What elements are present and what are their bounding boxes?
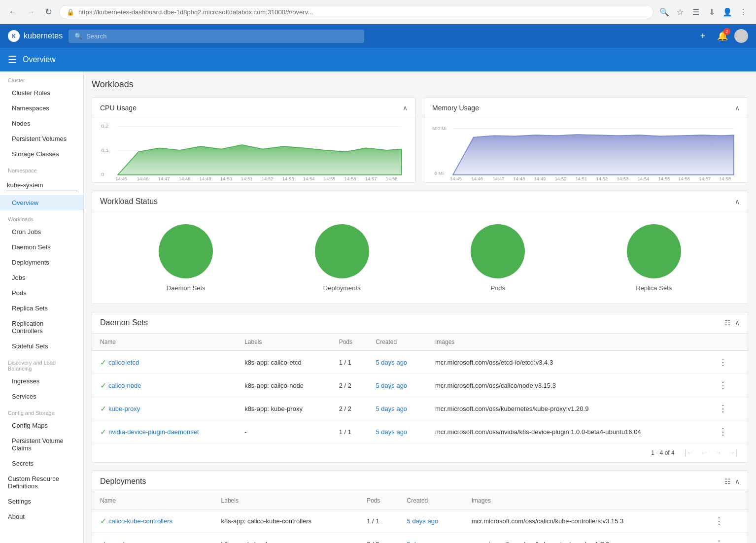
main-layout: Cluster Cluster Roles Namespaces Nodes P… <box>0 71 756 543</box>
search-bar[interactable]: 🔍 <box>69 30 364 43</box>
address-bar[interactable]: 🔒 https://kubernetes-dashboard.dbe-1d8ph… <box>59 5 653 19</box>
svg-text:14:45: 14:45 <box>115 176 127 181</box>
sidebar-item-config-maps[interactable]: Config Maps <box>0 418 83 433</box>
row-more-cell: ⋮ <box>707 351 748 374</box>
sidebar-item-nodes[interactable]: Nodes <box>0 116 83 131</box>
dep-created-link[interactable]: 5 days ago <box>407 517 439 525</box>
sidebar-item-cluster-roles[interactable]: Cluster Roles <box>0 85 83 101</box>
row-more-button[interactable]: ⋮ <box>715 356 731 369</box>
workload-status-collapse-button[interactable]: ∧ <box>735 198 740 205</box>
sidebar-item-overview[interactable]: Overview <box>0 195 83 210</box>
cpu-chart-header: CPU Usage ∧ <box>92 98 415 118</box>
pagination-last-button[interactable]: →| <box>726 447 740 458</box>
svg-text:14:45: 14:45 <box>450 176 462 181</box>
daemon-sets-status: Daemon Sets <box>159 224 213 292</box>
sidebar-item-secrets[interactable]: Secrets <box>0 456 83 471</box>
col-actions <box>707 334 748 351</box>
sidebar-item-about[interactable]: About <box>0 509 83 524</box>
cpu-chart-collapse-button[interactable]: ∧ <box>403 104 408 112</box>
back-button[interactable]: ← <box>6 5 20 19</box>
reload-button[interactable]: ↻ <box>41 5 55 19</box>
daemon-set-link-nvidia[interactable]: nvidia-device-plugin-daemonset <box>108 428 199 436</box>
daemon-sets-filter-button[interactable]: ☷ <box>724 319 731 327</box>
user-avatar[interactable] <box>734 29 748 43</box>
row-more-button[interactable]: ⋮ <box>715 402 731 415</box>
namespace-section-title: Namespace <box>0 162 83 175</box>
app-logo: K kubernetes <box>8 30 63 42</box>
deployments-status: Deployments <box>315 224 369 292</box>
row-more-button[interactable]: ⋮ <box>715 379 731 392</box>
sidebar-item-pvc[interactable]: Persistent Volume Claims <box>0 433 83 456</box>
status-ok-icon: ✓ <box>100 358 106 367</box>
created-link[interactable]: 5 days ago <box>376 405 407 412</box>
sidebar-item-stateful-sets[interactable]: Stateful Sets <box>0 339 83 354</box>
sidebar-item-storage-classes[interactable]: Storage Classes <box>0 146 83 162</box>
dep-link-coredns[interactable]: coredns <box>108 541 131 543</box>
dep-row-labels-cell: k8s-app: calico-kube-controllers <box>213 509 359 533</box>
add-button[interactable]: + <box>695 28 711 44</box>
daemon-sets-circle <box>159 224 213 278</box>
dep-created-link[interactable]: 5 days ago <box>407 541 439 543</box>
search-input[interactable] <box>86 33 358 40</box>
pods-circle <box>471 224 525 278</box>
dep-col-name: Name <box>92 492 213 509</box>
pagination-first-button[interactable]: |← <box>683 447 696 458</box>
daemon-sets-label: Daemon Sets <box>167 284 206 292</box>
row-name-container: ✓ calico-kube-controllers <box>100 516 206 526</box>
deployments-filter-button[interactable]: ☷ <box>724 477 731 485</box>
sidebar-item-ingresses[interactable]: Ingresses <box>0 373 83 389</box>
row-images-cell: mcr.microsoft.com/oss/kubernetes/kube-pr… <box>427 397 707 420</box>
sidebar-item-replication-controllers[interactable]: Replication Controllers <box>0 316 83 339</box>
sidebar-item-crd[interactable]: Custom Resource Definitions <box>0 471 83 494</box>
pagination-prev-button[interactable]: ← <box>698 447 710 458</box>
daemon-sets-actions: ☷ ∧ <box>724 319 740 327</box>
sidebar-item-namespaces[interactable]: Namespaces <box>0 101 83 116</box>
sidebar-item-settings[interactable]: Settings <box>0 494 83 509</box>
download-button[interactable]: ⇓ <box>705 5 719 19</box>
sidebar-item-jobs[interactable]: Jobs <box>0 270 83 285</box>
daemon-set-link-calico-etcd[interactable]: calico-etcd <box>108 359 139 366</box>
bookmark-list-button[interactable]: ☰ <box>689 5 703 19</box>
svg-text:14:53: 14:53 <box>282 176 294 181</box>
svg-text:14:54: 14:54 <box>637 176 649 181</box>
cpu-chart-svg: 0.2 0.1 0 <box>100 122 408 181</box>
sidebar-item-cron-jobs[interactable]: Cron Jobs <box>0 224 83 239</box>
dep-row-images-cell: mcr.microsoft.com/oss/calico/kube-contro… <box>464 509 703 533</box>
hamburger-menu-icon[interactable]: ☰ <box>8 54 17 66</box>
sidebar-item-deployments[interactable]: Deployments <box>0 255 83 270</box>
created-link[interactable]: 5 days ago <box>376 382 407 389</box>
namespace-select-container[interactable]: kube-system <box>6 179 77 191</box>
dep-col-created: Created <box>399 492 464 509</box>
created-link[interactable]: 5 days ago <box>376 359 407 366</box>
sidebar-item-pods[interactable]: Pods <box>0 285 83 301</box>
notification-button[interactable]: 🔔 2 <box>715 28 730 44</box>
bookmark-star-button[interactable]: ☆ <box>673 5 687 19</box>
search-action-button[interactable]: 🔍 <box>657 5 671 19</box>
more-menu-button[interactable]: ⋮ <box>736 5 750 19</box>
daemon-set-link-kube-proxy[interactable]: kube-proxy <box>108 405 140 412</box>
deployments-collapse-button[interactable]: ∧ <box>735 477 740 485</box>
row-name-container: ✓ coredns <box>100 540 206 543</box>
daemon-sets-collapse-button[interactable]: ∧ <box>735 319 740 327</box>
forward-button[interactable]: → <box>24 5 37 19</box>
profile-button[interactable]: 👤 <box>721 5 734 19</box>
memory-chart-collapse-button[interactable]: ∧ <box>735 104 740 112</box>
pagination-label: 1 - 4 of 4 <box>651 449 674 456</box>
daemon-sets-table-header-row: Name Labels Pods Created Images <box>92 334 748 351</box>
row-more-button[interactable]: ⋮ <box>715 425 731 438</box>
sidebar-item-daemon-sets[interactable]: Daemon Sets <box>0 239 83 255</box>
deployments-table: Name Labels Pods Created Images <box>92 492 748 543</box>
created-link[interactable]: 5 days ago <box>376 428 407 436</box>
sidebar-item-persistent-volumes[interactable]: Persistent Volumes <box>0 131 83 146</box>
daemon-set-link-calico-node[interactable]: calico-node <box>108 382 141 389</box>
row-name-cell: ✓ nvidia-device-plugin-daemonset <box>92 420 237 443</box>
sidebar-item-replica-sets[interactable]: Replica Sets <box>0 301 83 316</box>
dep-row-more-button[interactable]: ⋮ <box>711 514 727 527</box>
dep-link-calico-kube-controllers[interactable]: calico-kube-controllers <box>108 517 172 525</box>
dep-row-more-button[interactable]: ⋮ <box>711 538 727 543</box>
namespace-dropdown[interactable]: kube-system <box>6 179 77 191</box>
sidebar-item-services[interactable]: Services <box>0 389 83 404</box>
deployments-label: Deployments <box>323 284 361 292</box>
pagination-next-button[interactable]: → <box>712 447 724 458</box>
deployments-circle <box>315 224 369 278</box>
